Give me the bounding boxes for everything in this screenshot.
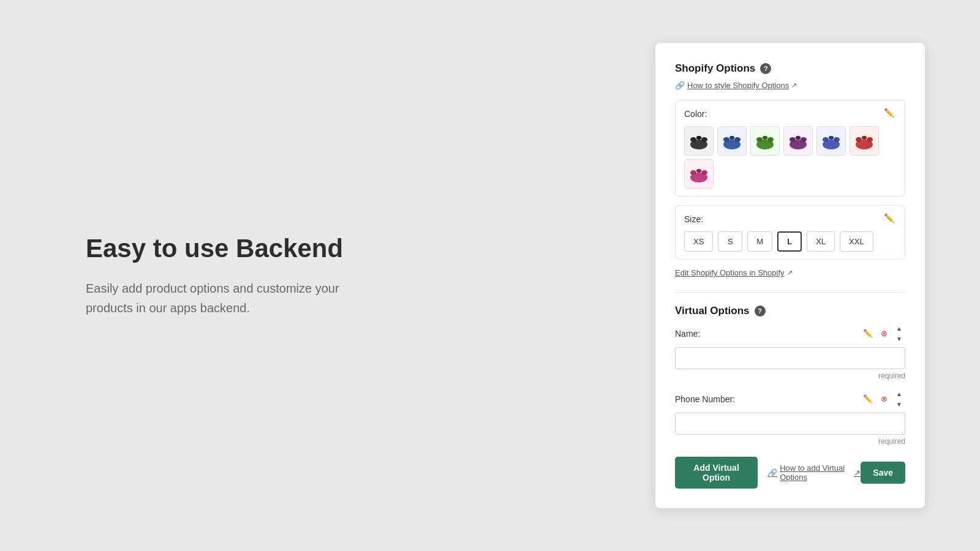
size-btn-s[interactable]: S xyxy=(718,231,742,252)
shopify-help-icon[interactable]: ? xyxy=(760,63,771,74)
virtual-name-arrows: ▲ ▼ xyxy=(893,323,905,343)
virtual-option-phone: Phone Number: ✏️ ⊗ ▲ ▼ required xyxy=(675,389,905,446)
how-to-virtual-link-row[interactable]: 🔗 How to add Virtual Options ↗ xyxy=(767,463,861,482)
svg-point-25 xyxy=(690,170,696,175)
virtual-option-name-header: Name: ✏️ ⊗ ▲ ▼ xyxy=(675,323,905,343)
svg-rect-7 xyxy=(729,136,734,140)
virtual-name-edit-btn[interactable]: ✏️ xyxy=(861,327,875,340)
options-card: Shopify Options ? 🔗 How to style Shopify… xyxy=(655,43,925,508)
virtual-phone-delete-btn[interactable]: ⊗ xyxy=(877,392,891,406)
svg-point-26 xyxy=(701,170,707,175)
shopify-style-link-row: 🔗 How to style Shopify Options ↗ xyxy=(675,81,905,90)
svg-point-2 xyxy=(701,137,707,142)
svg-point-22 xyxy=(867,137,873,142)
virtual-name-up-btn[interactable]: ▲ xyxy=(893,323,905,333)
color-edit-icon[interactable]: ✏️ xyxy=(884,108,896,120)
how-to-external-icon: ↗ xyxy=(854,468,861,478)
size-label-row: Size: ✏️ xyxy=(684,213,896,225)
virtual-option-name: Name: ✏️ ⊗ ▲ ▼ required xyxy=(675,323,905,380)
save-button[interactable]: Save xyxy=(861,462,905,484)
virtual-phone-up-btn[interactable]: ▲ xyxy=(893,389,905,399)
edit-shopify-external-icon: ↗ xyxy=(787,269,793,277)
main-heading: Easy to use Backend xyxy=(86,233,600,264)
svg-point-6 xyxy=(734,137,741,142)
size-btn-xxl[interactable]: XXL xyxy=(840,231,873,252)
size-label: Size: xyxy=(684,214,703,224)
virtual-phone-controls: ✏️ ⊗ ▲ ▼ xyxy=(861,389,905,409)
color-swatch-6[interactable] xyxy=(850,126,879,156)
color-label-row: Color: ✏️ xyxy=(684,108,896,120)
shopify-options-header: Shopify Options ? xyxy=(675,62,905,75)
main-description: Easily add product options and customize… xyxy=(86,279,368,318)
divider xyxy=(675,292,905,293)
svg-rect-11 xyxy=(763,136,767,140)
external-link-icon: ↗ xyxy=(791,81,797,89)
size-buttons-group: XS S M L XL XXL xyxy=(684,231,896,252)
size-btn-l[interactable]: L xyxy=(777,231,802,252)
how-to-virtual-link: How to add Virtual Options xyxy=(780,463,851,482)
bottom-row: Add Virtual Option 🔗 How to add Virtual … xyxy=(675,457,905,489)
virtual-phone-down-btn[interactable]: ▼ xyxy=(893,399,905,409)
color-option-group: Color: ✏️ xyxy=(675,100,905,197)
virtual-option-phone-header: Phone Number: ✏️ ⊗ ▲ ▼ xyxy=(675,389,905,409)
size-btn-xs[interactable]: XS xyxy=(684,231,713,252)
link-icon: 🔗 xyxy=(675,81,685,90)
color-swatch-1[interactable] xyxy=(684,126,714,156)
color-swatch-3[interactable] xyxy=(750,126,780,156)
svg-point-9 xyxy=(756,137,763,142)
svg-point-1 xyxy=(690,137,696,142)
virtual-options-header: Virtual Options ? xyxy=(675,305,905,317)
edit-shopify-link-row: Edit Shopify Options in Shopify ↗ xyxy=(675,268,905,277)
virtual-section-title: Virtual Options xyxy=(675,305,750,317)
size-edit-icon[interactable]: ✏️ xyxy=(884,213,896,225)
virtual-phone-edit-btn[interactable]: ✏️ xyxy=(861,392,875,406)
size-btn-m[interactable]: M xyxy=(747,231,772,252)
right-section: Shopify Options ? 🔗 How to style Shopify… xyxy=(649,43,931,508)
virtual-phone-label: Phone Number: xyxy=(675,394,735,404)
svg-rect-27 xyxy=(696,169,701,173)
virtual-help-icon[interactable]: ? xyxy=(755,305,766,317)
shopify-section-title: Shopify Options xyxy=(675,62,755,75)
virtual-name-delete-btn[interactable]: ⊗ xyxy=(877,327,891,340)
color-swatches-grid xyxy=(684,126,896,189)
color-swatch-7[interactable] xyxy=(684,159,714,189)
virtual-name-label: Name: xyxy=(675,329,700,339)
left-section: Easy to use Backend Easily add product o… xyxy=(0,184,649,367)
how-to-link-icon: 🔗 xyxy=(767,468,777,478)
shopify-style-link[interactable]: How to style Shopify Options xyxy=(687,81,789,90)
color-label: Color: xyxy=(684,109,707,119)
bottom-left: Add Virtual Option 🔗 How to add Virtual … xyxy=(675,457,861,489)
svg-point-18 xyxy=(834,137,840,142)
edit-shopify-link[interactable]: Edit Shopify Options in Shopify xyxy=(675,268,785,277)
svg-point-17 xyxy=(823,137,829,142)
svg-point-10 xyxy=(767,137,774,142)
color-swatch-4[interactable] xyxy=(783,126,813,156)
svg-rect-23 xyxy=(862,136,867,140)
size-option-group: Size: ✏️ XS S M L XL XXL xyxy=(675,205,905,260)
virtual-name-controls: ✏️ ⊗ ▲ ▼ xyxy=(861,323,905,343)
virtual-phone-arrows: ▲ ▼ xyxy=(893,389,905,409)
svg-rect-3 xyxy=(696,136,701,140)
virtual-name-required: required xyxy=(675,372,905,380)
size-btn-xl[interactable]: XL xyxy=(807,231,835,252)
svg-point-21 xyxy=(856,137,862,142)
color-swatch-5[interactable] xyxy=(816,126,846,156)
virtual-name-input[interactable] xyxy=(675,347,905,369)
virtual-phone-input[interactable] xyxy=(675,413,905,435)
add-virtual-option-button[interactable]: Add Virtual Option xyxy=(675,457,758,489)
virtual-name-down-btn[interactable]: ▼ xyxy=(893,334,905,343)
virtual-phone-required: required xyxy=(675,437,905,446)
svg-point-14 xyxy=(801,137,807,142)
color-swatch-2[interactable] xyxy=(717,126,747,156)
svg-point-13 xyxy=(790,137,796,142)
svg-point-5 xyxy=(723,137,729,142)
svg-rect-15 xyxy=(796,136,801,140)
svg-rect-19 xyxy=(829,136,834,140)
